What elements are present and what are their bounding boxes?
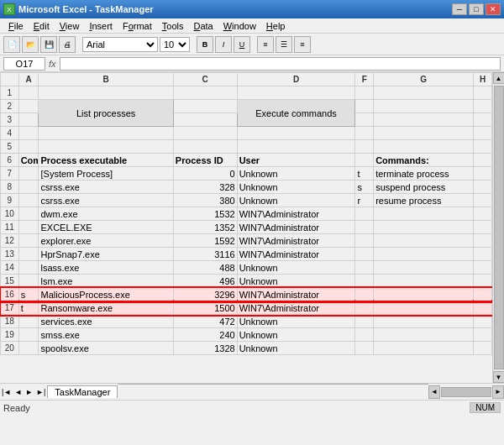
app-icon: X bbox=[3, 3, 15, 15]
menu-data[interactable]: Data bbox=[188, 20, 218, 32]
align-left-button[interactable]: ≡ bbox=[257, 36, 274, 53]
table-row: 10 dwm.exe 1532 WIN7\Administrator bbox=[1, 207, 492, 221]
cell-reference[interactable]: O17 bbox=[3, 57, 45, 71]
table-row: 4 bbox=[1, 127, 492, 140]
tab-prev-button[interactable]: ◄ bbox=[13, 386, 24, 398]
save-button[interactable]: 💾 bbox=[40, 36, 57, 53]
col-header-c[interactable]: C bbox=[173, 73, 237, 86]
status-bar: Ready NUM bbox=[0, 400, 504, 415]
execute-commands-button[interactable]: Execute commands bbox=[237, 100, 355, 127]
menu-tools[interactable]: Tools bbox=[157, 20, 189, 32]
title-bar: X Microsoft Excel - TaskManager ─ □ ✕ bbox=[0, 0, 504, 18]
align-right-button[interactable]: ≡ bbox=[294, 36, 311, 53]
new-button[interactable]: 📄 bbox=[3, 36, 20, 53]
scroll-down-button[interactable]: ▼ bbox=[493, 371, 505, 383]
h-scroll-thumb[interactable] bbox=[441, 387, 491, 397]
formula-input[interactable] bbox=[60, 57, 501, 71]
menu-file[interactable]: File bbox=[3, 20, 29, 32]
scroll-right-button[interactable]: ► bbox=[492, 385, 504, 399]
print-button[interactable]: 🖨 bbox=[59, 36, 76, 53]
tab-last-button[interactable]: ►| bbox=[34, 386, 47, 398]
scroll-up-button[interactable]: ▲ bbox=[493, 72, 505, 84]
minimize-button[interactable]: ─ bbox=[452, 3, 467, 15]
menu-edit[interactable]: Edit bbox=[29, 20, 55, 32]
window-title: Microsoft Excel - TaskManager bbox=[18, 4, 154, 14]
table-row: 14 lsass.exe 488 Unknown bbox=[1, 261, 492, 275]
highlighted-row-16: 16 s MaliciousProcess.exe 3296 WIN7\Admi… bbox=[1, 288, 492, 301]
tab-first-button[interactable]: |◄ bbox=[0, 386, 13, 398]
col-header-d[interactable]: D bbox=[237, 73, 355, 86]
list-processes-button[interactable]: List processes bbox=[39, 100, 173, 127]
window-controls: ─ □ ✕ bbox=[452, 3, 501, 15]
header-row: 6 Command Process executable Process ID … bbox=[1, 154, 492, 167]
table-row: 15 lsm.exe 496 Unknown bbox=[1, 275, 492, 288]
tab-next-button[interactable]: ► bbox=[24, 386, 34, 398]
num-badge: NUM bbox=[470, 402, 501, 413]
table-row: 5 bbox=[1, 140, 492, 154]
toolbar: 📄 📂 💾 🖨 Arial 10 B I U ≡ ☰ ≡ bbox=[0, 34, 504, 55]
table-row: 11 EXCEL.EXE 1352 WIN7\Administrator bbox=[1, 221, 492, 234]
vertical-scrollbar[interactable]: ▲ ▼ bbox=[492, 72, 504, 383]
fx-label: fx bbox=[49, 59, 56, 69]
table-row: 2 List processes Execute commands bbox=[1, 100, 492, 113]
open-button[interactable]: 📂 bbox=[22, 36, 39, 53]
table-row: 8 csrss.exe 328 Unknown s suspend proces… bbox=[1, 181, 492, 194]
spreadsheet-area: A B C D F G H 1 bbox=[0, 72, 504, 383]
table-row: 19 smss.exe 240 Unknown bbox=[1, 328, 492, 342]
table-row: 12 explorer.exe 1592 WIN7\Administrator bbox=[1, 234, 492, 248]
spreadsheet-grid: A B C D F G H 1 bbox=[0, 72, 492, 355]
status-right: NUM bbox=[470, 402, 501, 413]
italic-button[interactable]: I bbox=[215, 36, 232, 53]
font-select[interactable]: Arial bbox=[82, 37, 158, 52]
table-row: 7 [System Process] 0 Unknown t terminate… bbox=[1, 167, 492, 181]
table-row: 13 HprSnap7.exe 3116 WIN7\Administrator bbox=[1, 248, 492, 261]
restore-button[interactable]: □ bbox=[469, 3, 484, 15]
table-row: 9 csrss.exe 380 Unknown r resume process bbox=[1, 194, 492, 207]
col-header-a[interactable]: A bbox=[18, 73, 39, 86]
corner-header bbox=[1, 73, 19, 86]
col-header-g[interactable]: G bbox=[374, 73, 474, 86]
underline-button[interactable]: U bbox=[234, 36, 250, 53]
bold-button[interactable]: B bbox=[197, 36, 213, 53]
bottom-bar: |◄ ◄ ► ►| TaskManager ◄ ► bbox=[0, 383, 504, 400]
table-row: 20 spoolsv.exe 1328 Unknown bbox=[1, 342, 492, 355]
scroll-thumb[interactable] bbox=[494, 86, 504, 369]
menu-insert[interactable]: Insert bbox=[84, 20, 118, 32]
col-header-b[interactable]: B bbox=[39, 73, 173, 86]
formula-bar: O17 fx bbox=[0, 55, 504, 72]
menu-view[interactable]: View bbox=[55, 20, 85, 32]
table-row: 1 bbox=[1, 86, 492, 100]
menu-bar: File Edit View Insert Format Tools Data … bbox=[0, 18, 504, 34]
menu-format[interactable]: Format bbox=[118, 20, 157, 32]
table-row: 18 services.exe 472 Unknown bbox=[1, 315, 492, 328]
col-header-f[interactable]: F bbox=[355, 73, 374, 86]
col-header-h[interactable]: H bbox=[474, 73, 492, 86]
align-center-button[interactable]: ☰ bbox=[276, 36, 292, 53]
menu-help[interactable]: Help bbox=[261, 20, 291, 32]
sheet-tab-taskmanager[interactable]: TaskManager bbox=[47, 385, 118, 398]
highlighted-row-17: 17 t Ransomware.exe 1500 WIN7\Administra… bbox=[1, 301, 492, 315]
font-size-select[interactable]: 10 bbox=[160, 37, 190, 52]
scroll-left-button[interactable]: ◄ bbox=[428, 385, 440, 399]
close-button[interactable]: ✕ bbox=[486, 3, 501, 15]
menu-window[interactable]: Window bbox=[218, 20, 261, 32]
status-text: Ready bbox=[3, 403, 30, 413]
